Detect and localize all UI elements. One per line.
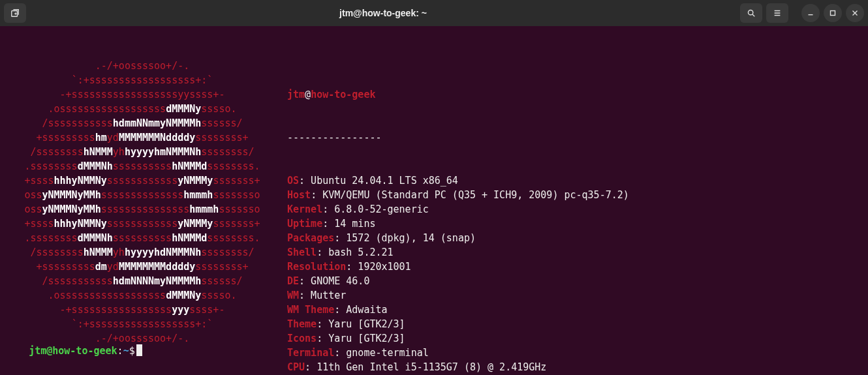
info-row: Icons: Yaru [GTK2/3] — [287, 331, 629, 346]
info-row: WM Theme: Adwaita — [287, 303, 629, 317]
info-row: Resolution: 1920x1001 — [287, 260, 629, 274]
info-row: OS: Ubuntu 24.04.1 LTS x86_64 — [287, 173, 629, 188]
info-row: Theme: Yaru [GTK2/3] — [287, 317, 629, 331]
separator-line: ---------------- — [287, 130, 629, 145]
search-button[interactable] — [740, 3, 762, 23]
close-button[interactable] — [846, 4, 864, 22]
window-title: jtm@how-to-geek: ~ — [30, 8, 736, 18]
cursor — [136, 344, 142, 356]
user-host-line: jtm@how-to-geek — [287, 87, 629, 102]
info-row: Terminal: gnome-terminal — [287, 346, 629, 360]
maximize-button[interactable] — [824, 4, 842, 22]
system-info: jtm@how-to-geek ---------------- OS: Ubu… — [279, 59, 629, 375]
menu-button[interactable] — [766, 3, 788, 23]
svg-rect-2 — [831, 11, 835, 16]
info-row: Host: KVM/QEMU (Standard PC (Q35 + ICH9,… — [287, 188, 629, 202]
svg-point-1 — [748, 10, 752, 14]
terminal-body[interactable]: .-/+oossssoo+/-.`:+ssssssssssssssssss+:`… — [0, 26, 868, 375]
info-row: DE: GNOME 46.0 — [287, 274, 629, 288]
info-row: WM: Mutter — [287, 288, 629, 303]
minimize-button[interactable] — [801, 4, 820, 22]
shell-prompt[interactable]: jtm@how-to-geek:~$ — [5, 329, 142, 372]
ascii-logo: .-/+oossssoo+/-.`:+ssssssssssssssssss+:`… — [5, 59, 279, 375]
info-row: Uptime: 14 mins — [287, 217, 629, 231]
new-tab-button[interactable] — [4, 3, 26, 23]
info-row: CPU: 11th Gen Intel i5-1135G7 (8) @ 2.41… — [287, 360, 629, 374]
info-row: Kernel: 6.8.0-52-generic — [287, 202, 629, 217]
info-row: Shell: bash 5.2.21 — [287, 245, 629, 260]
info-row: Packages: 1572 (dpkg), 14 (snap) — [287, 231, 629, 245]
titlebar: jtm@how-to-geek: ~ — [0, 0, 868, 26]
